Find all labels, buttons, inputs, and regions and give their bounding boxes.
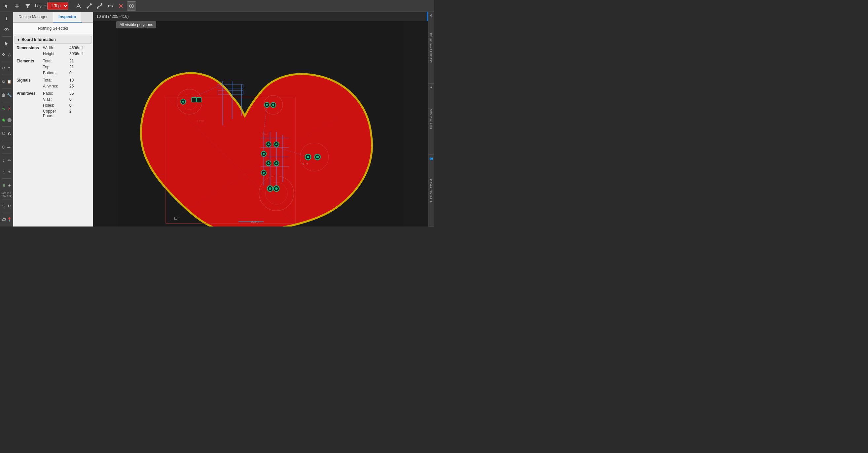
total-signals-label: Total: [41, 77, 67, 83]
copper-pours-value: 2 [67, 108, 92, 119]
select-btn[interactable] [1, 38, 12, 48]
eye-btn[interactable] [1, 25, 12, 35]
move-btn[interactable]: ✛ [1, 49, 6, 60]
pcb-canvas[interactable]: LED1 PAD2 PAD1 PAD1 R-P4 [93, 21, 428, 226]
undo-pair: ↺ ≡ [1, 63, 12, 73]
cancel-route-btn[interactable] [116, 1, 125, 10]
comp-tool2-btn[interactable]: ◈ [7, 180, 12, 191]
dimensions-height-row: Height: 3936mil [14, 51, 92, 57]
pad-5-inner [272, 104, 274, 106]
signals-row-header: Signals Total: 13 [14, 77, 92, 83]
paste-btn[interactable]: 📋 [7, 76, 12, 87]
left-sep-8 [2, 154, 11, 154]
main-area: ℹ ✛ △ ↺ ≡ ⧉ 📋 🗑 [0, 12, 434, 226]
dimensions-row-header: Dimensions Width: 4696mil [14, 45, 92, 51]
panel-tabs: Design Manager Inspector [13, 12, 93, 23]
airwires-value: 25 [67, 83, 92, 89]
pcb-view[interactable]: LED1 PAD2 PAD1 PAD1 R-P4 [93, 21, 428, 226]
wave-btn[interactable]: ∿ [7, 166, 12, 177]
coordinates-display: 10 mil (4205 -416) [96, 14, 128, 19]
pad-2 [192, 98, 196, 102]
r2-label-group: 10k 10k R2 10k [1, 191, 12, 198]
design-manager-tab[interactable]: Design Manager [13, 12, 53, 23]
push-btn[interactable]: ⤵ [1, 155, 6, 166]
fusion-team-panel[interactable]: 👥 FUSION TEAM [428, 155, 434, 226]
xwire-btn[interactable]: ✕ [7, 103, 12, 114]
pin-btn[interactable]: 📍 [7, 214, 12, 225]
fusion360-panel[interactable]: ◈ FUSION 360 [428, 84, 434, 155]
add-comp-btn[interactable]: ⊞ [1, 180, 6, 191]
nothing-selected-label: Nothing Selected [13, 23, 93, 34]
layer-selector: Layer: 1 Top [35, 2, 68, 10]
vias-value: 0 [67, 96, 92, 102]
primitives-row-header: Primitives Pads: 55 [14, 91, 92, 96]
svg-marker-4 [26, 4, 30, 8]
tag-btn[interactable]: 🏷 [1, 214, 6, 225]
pointer-tool-btn[interactable] [2, 1, 11, 10]
copper-pours-label: Copper Pours: [41, 108, 67, 119]
manufacturing-panel[interactable]: ⚙ MANUFACTURING [428, 12, 434, 84]
signals-label: Signals [14, 77, 41, 83]
move2-btn[interactable]: ⤡ [1, 201, 6, 211]
board-info-arrow: ▼ [17, 38, 20, 42]
fusion360-icon: ◈ [430, 86, 432, 89]
route-pair-1: ∿ ✕ [1, 103, 12, 114]
info-btn[interactable]: ℹ [1, 13, 12, 24]
total-elements-label: Total: [41, 58, 67, 64]
left-sep-5 [2, 102, 11, 102]
miter-pair: ⊾ ∿ [1, 166, 12, 177]
pad-11-inner [263, 172, 265, 174]
pad-13-inner [275, 187, 278, 190]
wrench-btn[interactable]: 🔧 [7, 90, 12, 100]
layer-label: Layer: [35, 4, 46, 8]
wire-btn[interactable]: ∿ [1, 103, 6, 114]
left-sep-4 [2, 88, 11, 89]
sketch-btn[interactable]: ✏ [7, 155, 12, 166]
shape-pair: ⬠ A [1, 128, 12, 139]
miter-btn[interactable]: ⊾ [1, 166, 6, 177]
width-value: 4696mil [67, 45, 92, 51]
pad-9-inner [268, 162, 270, 164]
filter-tool-btn[interactable] [23, 1, 32, 10]
board-info-header[interactable]: ▼ Board Information [14, 36, 92, 43]
inspector-tab[interactable]: Inspector [53, 12, 82, 23]
pad-8-inner [263, 153, 265, 155]
board-info-table: Dimensions Width: 4696mil Height: 3936mi… [14, 45, 92, 119]
text-btn[interactable]: A [7, 128, 12, 139]
pad-1-inner [182, 101, 184, 103]
grid-tool-btn[interactable] [12, 1, 22, 10]
via-btn[interactable]: ◉ [1, 115, 6, 125]
layer-dropdown[interactable]: 1 Top [47, 2, 68, 10]
left-sep-7 [2, 140, 11, 140]
svg-point-10 [108, 6, 109, 7]
airwires-label: Airwires: [41, 83, 67, 89]
total-signals-value: 13 [67, 77, 92, 83]
route-multi-btn[interactable] [106, 1, 115, 10]
delete-pair: 🗑 🔧 [1, 90, 12, 100]
polygon-btn[interactable]: ⬠ [1, 128, 6, 139]
route-end-btn[interactable] [74, 1, 83, 10]
align-btn[interactable]: ≡ [7, 63, 12, 73]
left-sep-3 [2, 75, 11, 75]
bottom-elements-label: Bottom: [41, 70, 67, 76]
move-pair: ✛ △ [1, 49, 12, 60]
cvia-btn[interactable]: ⬤ [7, 115, 12, 125]
toolbar-sep-1 [71, 2, 71, 10]
route-single-btn[interactable] [85, 1, 94, 10]
primitives-label: Primitives [14, 91, 41, 96]
join-btn[interactable]: —• [7, 142, 12, 152]
angle-btn[interactable]: △ [7, 49, 12, 60]
elements-label: Elements [14, 58, 41, 64]
canvas-area[interactable]: 10 mil (4205 -416) All visible polygons [93, 12, 428, 226]
elements-top-row: Top: 21 [14, 64, 92, 70]
undo-btn[interactable]: ↺ [1, 63, 6, 73]
copper-pours-row: Copper Pours: 2 [14, 108, 92, 119]
delete-btn[interactable]: 🗑 [1, 90, 6, 100]
net-btn[interactable]: ⬡ [1, 142, 6, 152]
route-diff-btn[interactable] [95, 1, 104, 10]
copy-btn[interactable]: ⧉ [1, 76, 6, 87]
comp-label-1: LED1 [197, 120, 205, 123]
rotate-btn[interactable]: ↻ [7, 201, 12, 211]
all-visible-polygons-btn[interactable] [127, 1, 136, 10]
vias-label: Vias: [41, 96, 67, 102]
